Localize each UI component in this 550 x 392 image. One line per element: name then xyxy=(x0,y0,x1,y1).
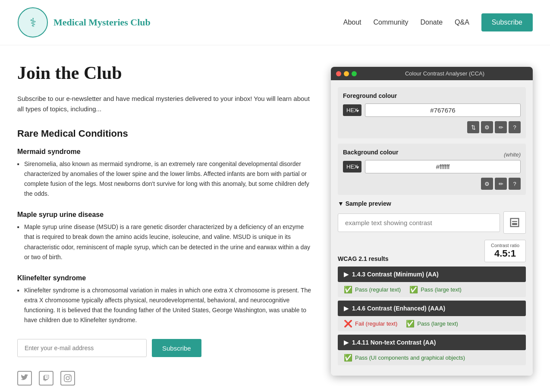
cca-body: Foreground colour HEX ⇅ ⚙ ✏ ? xyxy=(331,80,533,376)
nav-subscribe-button[interactable]: Subscribe xyxy=(481,13,533,31)
pass-icon-146-1: ✅ xyxy=(406,320,415,328)
navbar: ⚕ Medical Mysteries Club About Community… xyxy=(0,0,550,45)
background-format-wrapper: HEX xyxy=(343,161,361,172)
wcag-result-143-0: ✅ Pass (regular text) xyxy=(344,285,401,294)
condition-klinefelter: Klinefelter syndrome Klinefelter syndrom… xyxy=(17,274,314,325)
wcag-label-146: 1.4.6 Contrast (Enhanced) (AAA) xyxy=(352,305,445,312)
wcag-result-146-0: ❌ Fail (regular text) xyxy=(344,320,397,328)
twitter-icon[interactable] xyxy=(17,371,32,386)
foreground-section: Foreground colour HEX ⇅ ⚙ ✏ ? xyxy=(338,87,526,138)
nav-link-donate[interactable]: Donate xyxy=(420,19,443,26)
contrast-ratio-label: Contrast ratio xyxy=(491,243,519,248)
wcag-title: WCAG 2.1 results xyxy=(338,255,388,262)
dot-minimize[interactable] xyxy=(344,71,349,76)
wcag-result-1411-0: ✅ Pass (UI components and graphical obje… xyxy=(344,354,465,362)
foreground-settings-button[interactable]: ⚙ xyxy=(481,121,493,133)
wcag-item-143: ▶ 1.4.3 Contrast (Minimum) (AA) ✅ Pass (… xyxy=(338,267,526,297)
condition-mermaid: Mermaid syndrome Sirenomelia, also known… xyxy=(17,148,314,199)
dot-close[interactable] xyxy=(336,71,341,76)
nav-link-about[interactable]: About xyxy=(343,19,361,26)
sample-chart-button[interactable] xyxy=(503,211,526,234)
cca-title: Colour Contrast Analyser (CCA) xyxy=(362,70,528,77)
foreground-hex-row: HEX xyxy=(343,103,521,117)
background-section: Background colour (white) HEX ⚙ ✏ ? xyxy=(338,144,526,195)
wcag-results-143: ✅ Pass (regular text) ✅ Pass (large text… xyxy=(338,282,526,297)
email-form: Subscribe xyxy=(17,339,314,357)
foreground-format-wrapper: HEX xyxy=(343,104,361,116)
wcag-result-text-143-0: Pass (regular text) xyxy=(355,286,401,293)
main-layout: Join the Club Subscribe to our e-newslet… xyxy=(0,45,550,392)
foreground-label: Foreground colour xyxy=(343,92,521,99)
logo-text: Medical Mysteries Club xyxy=(53,17,151,28)
background-label: Background colour xyxy=(343,149,398,156)
wcag-result-text-146-1: Pass (large text) xyxy=(417,320,458,327)
wcag-result-text-1411-0: Pass (UI components and graphical object… xyxy=(355,354,465,361)
pass-icon-143-1: ✅ xyxy=(409,285,418,294)
wcag-play-icon-146: ▶ xyxy=(344,305,349,312)
conditions-title: Rare Medical Conditions xyxy=(17,128,314,139)
logo-icon: ⚕ xyxy=(17,7,48,38)
wcag-result-143-1: ✅ Pass (large text) xyxy=(409,285,462,294)
background-picker-button[interactable]: ✏ xyxy=(495,178,507,190)
content-area: Join the Club Subscribe to our e-newslet… xyxy=(17,63,314,386)
foreground-tools: ⇅ ⚙ ✏ ? xyxy=(343,121,521,133)
condition-name-maple: Maple syrup urine disease xyxy=(17,211,314,219)
wcag-section: WCAG 2.1 results Contrast ratio 4.5:1 ▶ … xyxy=(338,240,526,365)
svg-text:⚕: ⚕ xyxy=(30,16,36,29)
logo-link[interactable]: ⚕ Medical Mysteries Club xyxy=(17,7,151,38)
wcag-result-text-143-1: Pass (large text) xyxy=(421,286,462,293)
wcag-play-icon-1411: ▶ xyxy=(344,339,349,346)
foreground-hex-input[interactable] xyxy=(365,103,521,117)
twitch-icon[interactable] xyxy=(39,371,53,386)
fail-icon-146-0: ❌ xyxy=(344,320,352,328)
foreground-picker-button[interactable]: ✏ xyxy=(495,121,507,133)
background-hex-input[interactable] xyxy=(365,160,521,173)
social-icons xyxy=(17,371,314,386)
email-input[interactable] xyxy=(17,339,147,357)
condition-desc-mermaid: Sirenomelia, also known as mermaid syndr… xyxy=(17,159,314,199)
background-tools: ⚙ ✏ ? xyxy=(343,178,521,190)
sample-text-box: example text showing contrast xyxy=(338,213,500,232)
background-settings-button[interactable]: ⚙ xyxy=(481,178,493,190)
titlebar-dots xyxy=(336,71,357,76)
pass-icon-143-0: ✅ xyxy=(344,285,352,294)
wcag-play-icon-143: ▶ xyxy=(344,271,349,278)
condition-name-mermaid: Mermaid syndrome xyxy=(17,148,314,156)
page-title: Join the Club xyxy=(17,63,314,83)
condition-maple: Maple syrup urine disease Maple syrup ur… xyxy=(17,211,314,262)
contrast-ratio-value: 4.5:1 xyxy=(491,248,519,259)
cca-titlebar: Colour Contrast Analyser (CCA) xyxy=(331,67,533,80)
instagram-icon[interactable] xyxy=(60,371,75,386)
wcag-accordion-1411[interactable]: ▶ 1.4.11 Non-text Contrast (AA) xyxy=(338,335,526,350)
cca-window: Colour Contrast Analyser (CCA) Foregroun… xyxy=(331,67,533,376)
condition-desc-klinefelter: Klinefelter syndrome is a chromosomal va… xyxy=(17,285,314,325)
background-format-select[interactable]: HEX xyxy=(343,161,361,172)
background-note: (white) xyxy=(504,151,521,158)
foreground-swap-button[interactable]: ⇅ xyxy=(467,121,479,133)
wcag-results-146: ❌ Fail (regular text) ✅ Pass (large text… xyxy=(338,316,526,331)
condition-name-klinefelter: Klinefelter syndrome xyxy=(17,274,314,282)
background-help-button[interactable]: ? xyxy=(509,178,521,190)
wcag-item-146: ▶ 1.4.6 Contrast (Enhanced) (AAA) ❌ Fail… xyxy=(338,301,526,331)
sample-preview-row: example text showing contrast xyxy=(338,211,526,234)
wcag-label-1411: 1.4.11 Non-text Contrast (AA) xyxy=(352,339,436,346)
foreground-format-select[interactable]: HEX xyxy=(343,104,361,116)
background-label-row: Background colour (white) xyxy=(343,149,521,160)
wcag-accordion-146[interactable]: ▶ 1.4.6 Contrast (Enhanced) (AAA) xyxy=(338,301,526,316)
email-subscribe-button[interactable]: Subscribe xyxy=(152,339,201,357)
wcag-accordion-143[interactable]: ▶ 1.4.3 Contrast (Minimum) (AA) xyxy=(338,267,526,282)
sample-preview-toggle[interactable]: ▼ Sample preview xyxy=(338,200,526,207)
wcag-header-row: WCAG 2.1 results Contrast ratio 4.5:1 xyxy=(338,240,526,262)
intro-text: Subscribe to our e-newsletter and have m… xyxy=(17,94,314,114)
wcag-result-text-146-0: Fail (regular text) xyxy=(355,320,397,327)
wcag-result-146-1: ✅ Pass (large text) xyxy=(406,320,458,328)
nav-links: About Community Donate Q&A Subscribe xyxy=(343,13,533,31)
nav-link-qa[interactable]: Q&A xyxy=(455,19,469,26)
wcag-results-1411: ✅ Pass (UI components and graphical obje… xyxy=(338,350,526,365)
nav-link-community[interactable]: Community xyxy=(374,19,409,26)
background-hex-row: HEX xyxy=(343,160,521,173)
dot-maximize[interactable] xyxy=(352,71,357,76)
sample-preview-section: ▼ Sample preview example text showing co… xyxy=(338,200,526,234)
condition-desc-maple: Maple syrup urine disease (MSUD) is a ra… xyxy=(17,222,314,262)
foreground-help-button[interactable]: ? xyxy=(509,121,521,133)
